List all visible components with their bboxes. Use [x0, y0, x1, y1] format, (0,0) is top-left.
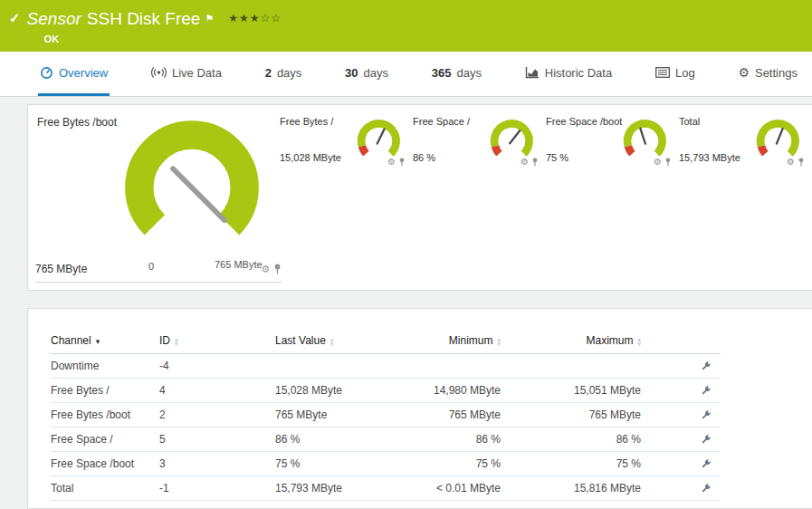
- main-gauge-footer: 765 MByte ⚙: [35, 263, 282, 283]
- mini-gauge-value: 15,028 MByte: [280, 152, 341, 163]
- cell-last-value: [275, 353, 393, 378]
- historic-data-chart-icon: [525, 67, 540, 79]
- channel-settings-wrench-icon[interactable]: [700, 483, 712, 495]
- cell-id: 3: [159, 451, 275, 475]
- priority-stars[interactable]: ★★★☆☆: [228, 12, 282, 24]
- cell-minimum: 75 %: [393, 451, 506, 475]
- mini-gauge-settings-icon[interactable]: ⚙: [387, 156, 396, 168]
- mini-gauge-pin-icon[interactable]: [664, 158, 672, 167]
- channel-settings-wrench-icon[interactable]: [700, 360, 712, 372]
- cell-maximum: [506, 353, 646, 378]
- sort-icon: ▴▾: [330, 337, 334, 346]
- cell-channel: Total: [51, 475, 159, 500]
- tab-2-days-label: days: [277, 66, 301, 80]
- mini-gauge-total: Total 15,793 MByte ⚙: [679, 116, 812, 188]
- log-list-icon: [655, 67, 670, 78]
- table-row-free-space-root: Free Space / 5 86 % 86 % 86 %: [51, 427, 721, 451]
- col-header-last-value[interactable]: Last Value▴▾: [275, 329, 393, 353]
- cell-last-value: 15,793 MByte: [275, 475, 393, 500]
- cell-actions: [646, 378, 721, 402]
- table-row-downtime: Downtime -4: [51, 353, 721, 378]
- mini-gauge-pin-icon[interactable]: [398, 158, 406, 167]
- tab-settings[interactable]: ⚙ Settings: [736, 52, 799, 96]
- tab-live-data-label: Live Data: [172, 66, 222, 80]
- cell-last-value: 75 %: [275, 451, 393, 475]
- table-row-total: Total -1 15,793 MByte < 0.01 MByte 15,81…: [51, 475, 721, 500]
- channel-settings-wrench-icon[interactable]: [700, 434, 712, 446]
- main-gauge-value: 765 MByte: [35, 263, 87, 275]
- col-header-maximum[interactable]: Maximum▴▾: [506, 329, 646, 353]
- mini-gauge-settings-icon[interactable]: ⚙: [521, 156, 529, 168]
- cell-id: 4: [159, 378, 275, 402]
- tab-2-days-number: 2: [265, 66, 272, 80]
- tab-overview[interactable]: Overview: [38, 52, 110, 96]
- tab-settings-label: Settings: [755, 66, 798, 80]
- table-row-free-space-boot: Free Space /boot 3 75 % 75 % 75 %: [51, 451, 721, 475]
- cell-id: -1: [159, 475, 275, 500]
- cell-actions: [646, 427, 721, 451]
- col-header-channel[interactable]: Channel▾: [51, 329, 159, 353]
- mini-gauge-row: Free Bytes / 15,028 MByte ⚙ Free Spa: [280, 116, 812, 188]
- tab-365-days[interactable]: 365 days: [430, 52, 483, 96]
- tab-30-days-number: 30: [345, 66, 358, 80]
- cell-maximum: 15,816 MByte: [506, 475, 646, 500]
- cell-actions: [646, 451, 721, 475]
- flag-icon[interactable]: ⚑: [205, 13, 214, 24]
- cell-maximum: 15,051 MByte: [506, 378, 646, 402]
- sort-icon: ▴▾: [637, 337, 641, 346]
- cell-actions: [646, 353, 721, 378]
- col-header-minimum[interactable]: Minimum▴▾: [393, 329, 506, 353]
- mini-gauge-settings-icon[interactable]: ⚙: [787, 156, 795, 168]
- mini-gauge-pin-icon[interactable]: [798, 158, 805, 167]
- sort-icon: ▴▾: [497, 337, 501, 346]
- mini-gauge-settings-icon[interactable]: ⚙: [654, 156, 662, 168]
- col-header-id-label: ID: [159, 334, 170, 347]
- page-title: SSH Disk Free: [87, 9, 201, 28]
- tab-2-days[interactable]: 2 days: [263, 52, 304, 96]
- channel-settings-wrench-icon[interactable]: [700, 409, 712, 421]
- mini-gauge-value: 15,793 MByte: [679, 152, 740, 163]
- col-header-id[interactable]: ID▴▾: [159, 329, 275, 353]
- gauge-panel: Free Bytes /boot 0 765 MByte 765 MByte ⚙…: [27, 104, 812, 291]
- tab-30-days[interactable]: 30 days: [343, 52, 390, 96]
- mini-gauge-value: 86 %: [413, 152, 435, 163]
- col-header-minimum-label: Minimum: [449, 334, 493, 347]
- channel-settings-wrench-icon[interactable]: [700, 385, 712, 397]
- cell-last-value: 86 %: [275, 427, 393, 451]
- mini-gauge-title: Total: [679, 116, 700, 127]
- mini-gauge-pin-icon[interactable]: [531, 158, 539, 167]
- cell-minimum: 14,980 MByte: [393, 378, 506, 402]
- main-gauge-dial: [108, 116, 276, 264]
- cell-maximum: 765 MByte: [506, 402, 646, 427]
- tab-30-days-label: days: [364, 66, 388, 80]
- cell-channel: Free Bytes /: [51, 378, 159, 402]
- cell-id: -4: [159, 353, 275, 378]
- cell-minimum: 765 MByte: [393, 402, 506, 427]
- tab-log[interactable]: Log: [654, 52, 697, 96]
- channel-settings-wrench-icon[interactable]: [700, 458, 712, 470]
- col-header-maximum-label: Maximum: [586, 334, 633, 347]
- mini-gauge-value: 75 %: [546, 152, 568, 163]
- cell-id: 5: [159, 427, 275, 451]
- main-gauge-settings-icon[interactable]: ⚙: [261, 263, 270, 275]
- cell-minimum: 86 %: [393, 427, 506, 451]
- cell-minimum: [393, 353, 506, 378]
- tab-365-days-number: 365: [432, 66, 452, 80]
- tab-log-label: Log: [675, 66, 695, 80]
- tab-historic-data[interactable]: Historic Data: [523, 52, 614, 96]
- tab-live-data[interactable]: Live Data: [149, 52, 224, 96]
- main-gauge-pin-icon[interactable]: [273, 264, 282, 274]
- cell-channel: Free Space /boot: [51, 451, 159, 475]
- sensor-header: ✓ SensorSSH Disk Free⚑★★★☆☆ OK: [0, 0, 812, 52]
- mini-gauge-title: Free Space /boot: [546, 116, 622, 127]
- cell-channel: Free Space /: [51, 427, 159, 451]
- table-row-free-bytes-boot: Free Bytes /boot 2 765 MByte 765 MByte 7…: [51, 402, 721, 427]
- cell-actions: [646, 475, 721, 500]
- cell-channel: Free Bytes /boot: [51, 402, 159, 427]
- col-header-last-value-label: Last Value: [275, 334, 326, 347]
- tab-historic-data-label: Historic Data: [545, 66, 612, 80]
- channel-table-panel: Channel▾ ID▴▾ Last Value▴▾ Minimum▴▾ Max…: [27, 308, 812, 509]
- main-gauge-title: Free Bytes /boot: [37, 116, 117, 129]
- mini-gauge-title: Free Bytes /: [280, 116, 333, 127]
- cell-minimum: < 0.01 MByte: [393, 475, 506, 500]
